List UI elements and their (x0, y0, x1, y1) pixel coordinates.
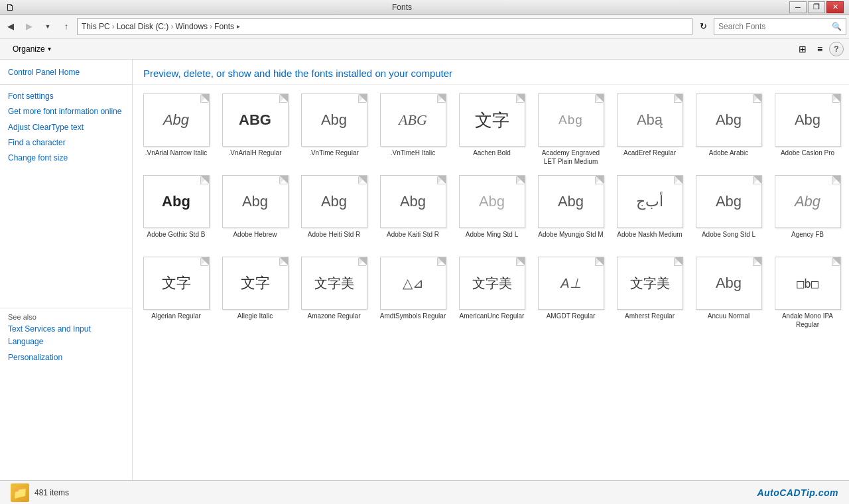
font-name: AcadEref Regular (623, 149, 676, 157)
font-name: Algerian Regular (151, 312, 201, 320)
refresh-button[interactable]: ↻ (695, 19, 711, 34)
font-item[interactable]: 文字 Algerian Regular (138, 253, 214, 332)
font-item[interactable]: أب‌ج Adobe Naskh Medium (612, 172, 688, 251)
up-button[interactable]: ↑ (58, 19, 74, 34)
sidebar-divider-1 (0, 84, 132, 85)
sidebar-divider-2 (0, 308, 132, 308)
font-item[interactable]: 文字美 AmericanUnc Regular (454, 253, 530, 332)
font-item[interactable]: △⊿ AmdtSymbols Regular (375, 253, 451, 332)
font-item[interactable]: ABG .VnArialH Regular (217, 90, 293, 169)
font-item[interactable]: Abg Adobe Kaiti Std R (375, 172, 451, 251)
app-icon: 🗋 (5, 2, 15, 13)
font-icon: 文字 (143, 257, 210, 310)
close-button[interactable]: ✕ (826, 1, 844, 13)
font-icon: Abg (538, 94, 604, 147)
back-button[interactable]: ◀ (3, 19, 19, 34)
sidebar-main-section: Control Panel Home Font settings Get mor… (0, 65, 132, 166)
font-name: .VnArial Narrow Italic (145, 149, 207, 157)
font-item[interactable]: A⊥ AMGDT Regular (533, 253, 609, 332)
font-item[interactable]: Abą AcadEref Regular (612, 90, 688, 169)
font-item[interactable]: Abg Adobe Hebrew (217, 172, 293, 251)
search-box[interactable]: 🔍 (714, 18, 846, 35)
font-item[interactable]: Abg .VnTime Regular (296, 90, 372, 169)
font-item[interactable]: Abg Adobe Song Std L (690, 172, 767, 251)
sidebar-item-get-more-fonts[interactable]: Get more font information online (0, 104, 132, 119)
main-layout: Control Panel Home Font settings Get mor… (0, 60, 849, 480)
font-item[interactable]: 文字美 Amherst Regular (612, 253, 688, 332)
sidebar-item-find-character[interactable]: Find a character (0, 135, 132, 151)
status-bar: 📁 481 items AutoCADTip.com (0, 480, 849, 504)
content-description: Preview, delete, or show and hide the fo… (143, 68, 452, 79)
font-item[interactable]: □b□ Andale Mono IPA Regular (769, 253, 846, 332)
font-name: Amherst Regular (625, 312, 675, 320)
font-item[interactable]: Abg Adobe Heiti Std R (296, 172, 372, 251)
font-grid-container[interactable]: Abg .VnArial Narrow Italic ABG .VnArialH… (133, 85, 849, 480)
font-name: .VnTimeH Italic (391, 149, 435, 157)
font-item[interactable]: Abg Adobe Gothic Std B (138, 172, 214, 251)
font-icon: 文字美 (459, 257, 525, 310)
list-view-button[interactable]: ≡ (812, 41, 828, 57)
search-input[interactable] (718, 22, 832, 31)
font-name: Amazone Regular (307, 312, 360, 320)
path-local-disk[interactable]: Local Disk (C:) (117, 22, 169, 31)
search-icon[interactable]: 🔍 (832, 22, 842, 31)
sidebar-item-adjust-cleartype[interactable]: Adjust ClearType text (0, 120, 132, 135)
font-icon: 文字 (222, 257, 289, 310)
organize-dropdown-icon: ▾ (48, 45, 51, 52)
font-item[interactable]: Abg Adobe Caslon Pro (769, 90, 846, 169)
help-button[interactable]: ? (829, 42, 844, 56)
sidebar-item-font-settings[interactable]: Font settings (0, 89, 132, 104)
font-icon: Abg (301, 94, 367, 147)
font-name: Andale Mono IPA Regular (773, 312, 842, 329)
font-item[interactable]: 文字 Aachen Bold (454, 90, 530, 169)
font-item[interactable]: 文字 Allegie Italic (217, 253, 293, 332)
font-item[interactable]: ABG .VnTimeH Italic (375, 90, 451, 169)
font-name: Academy Engraved LET Plain Medium (536, 149, 606, 166)
font-icon: □b□ (775, 257, 841, 310)
font-item[interactable]: Abg Ancuu Normal (690, 253, 767, 332)
sidebar-item-text-services[interactable]: Text Services and Input Language (0, 322, 132, 349)
recent-locations-button[interactable]: ▼ (40, 19, 56, 34)
font-icon: Abg (301, 175, 367, 228)
grid-view-button[interactable]: ⊞ (795, 41, 811, 57)
font-item[interactable]: 文字美 Amazone Regular (296, 253, 372, 332)
font-icon: Abg (143, 175, 210, 228)
restore-button[interactable]: ❐ (808, 1, 825, 13)
font-folder-icon: 📁 (11, 483, 29, 502)
sidebar-see-also-section: See also Text Services and Input Languag… (0, 308, 132, 365)
sidebar: Control Panel Home Font settings Get mor… (0, 60, 133, 480)
font-icon: Abg (538, 175, 604, 228)
font-icon: Abg (380, 175, 446, 228)
see-also-heading: See also (0, 309, 44, 322)
organize-button[interactable]: Organize ▾ (5, 41, 58, 57)
status-icon-area: 📁 481 items (11, 483, 69, 502)
font-name: Ancuu Normal (708, 312, 750, 320)
font-item[interactable]: Abg Adobe Arabic (690, 90, 767, 169)
font-icon: Abg (696, 257, 762, 310)
font-item[interactable]: Abg Adobe Ming Std L (454, 172, 530, 251)
font-name: Adobe Ming Std L (466, 230, 519, 239)
sidebar-item-control-panel-home[interactable]: Control Panel Home (0, 65, 132, 80)
sidebar-item-personalization[interactable]: Personalization (0, 350, 132, 365)
font-item[interactable]: Abg Academy Engraved LET Plain Medium (533, 90, 609, 169)
font-icon: Abg (459, 175, 525, 228)
breadcrumb: This PC › Local Disk (C:) › Windows › Fo… (82, 22, 240, 31)
path-windows[interactable]: Windows (175, 22, 208, 31)
font-name: Allegie Italic (237, 312, 273, 320)
minimize-button[interactable]: ─ (789, 1, 807, 13)
sidebar-item-change-font-size[interactable]: Change font size (0, 151, 132, 166)
font-icon: ABG (380, 94, 446, 147)
path-fonts[interactable]: Fonts (214, 22, 234, 31)
font-name: Adobe Kaiti Std R (387, 230, 439, 239)
font-name: Adobe Naskh Medium (617, 230, 682, 239)
font-name: Adobe Caslon Pro (781, 149, 834, 157)
window-controls: ─ ❐ ✕ (789, 1, 844, 13)
font-grid: Abg .VnArial Narrow Italic ABG .VnArialH… (138, 90, 844, 332)
path-this-pc[interactable]: This PC (82, 22, 110, 31)
font-item[interactable]: Abg Agency FB (769, 172, 846, 251)
address-path[interactable]: This PC › Local Disk (C:) › Windows › Fo… (77, 18, 692, 35)
forward-button[interactable]: ▶ (21, 19, 37, 34)
font-item[interactable]: Abg Adobe Myungjo Std M (533, 172, 609, 251)
view-buttons: ⊞ ≡ ? (795, 41, 844, 57)
font-item[interactable]: Abg .VnArial Narrow Italic (138, 90, 214, 169)
